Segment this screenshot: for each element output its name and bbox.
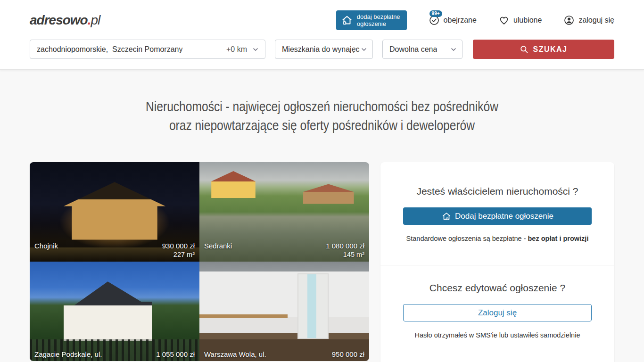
sidebar-add-listing-button[interactable]: Dodaj bezpłatne ogłoszenie: [403, 207, 592, 225]
login-label: zaloguj się: [578, 16, 614, 25]
edit-heading: Chcesz edytować ogłoszenie ?: [403, 282, 592, 294]
sidebar-login-button[interactable]: Zaloguj się: [403, 304, 592, 321]
listings-grid: Chojnik 930 000 zł 227 m² Sedranki 1 080…: [30, 162, 369, 361]
viewed-count-badge: 99+: [429, 10, 442, 17]
owner-section: Jesteś właścicielem nieruchomości ? Doda…: [380, 162, 614, 265]
add-listing-button[interactable]: dodaj bezpłatneogłoszenie: [336, 10, 407, 30]
house-plus-icon: [341, 14, 353, 26]
viewed-label: obejrzane: [444, 16, 477, 25]
listing-name: Chojnik: [34, 241, 162, 250]
add-listing-label: dodaj bezpłatneogłoszenie: [357, 13, 400, 27]
category-value: Mieszkania do wynajęc: [282, 45, 360, 54]
listing-price: 930 000 zł: [162, 241, 195, 250]
favorites-button[interactable]: ulubione: [498, 15, 542, 26]
category-select[interactable]: Mieszkania do wynajęc: [275, 40, 373, 59]
radius-value: +0 km: [226, 45, 247, 54]
owner-note: Standardowe ogłoszenia są bezpłatne - be…: [403, 235, 592, 242]
page-title: Nieruchomości - najwięcej ogłoszeń nieru…: [30, 97, 614, 135]
location-value: zachodniopomorskie, Szczecin Pomorzany: [37, 45, 182, 54]
price-select[interactable]: Dowolna cena: [382, 40, 462, 59]
sidebar-login-label: Zaloguj się: [478, 308, 517, 318]
listing-card[interactable]: Sedranki 1 080 000 zł 145 m²: [199, 162, 369, 262]
page-title-line1: Nieruchomości - najwięcej ogłoszeń nieru…: [83, 97, 562, 116]
price-value: Dowolna cena: [389, 45, 437, 54]
listing-caption: Warszawa Wola, ul. 950 000 zł: [199, 349, 369, 361]
listing-caption: Chojnik 930 000 zł 227 m²: [30, 240, 199, 262]
login-button[interactable]: zaloguj się: [563, 15, 614, 26]
search-button-label: SZUKAJ: [533, 45, 567, 54]
listing-name: Sedranki: [204, 241, 326, 250]
listing-area: 145 m²: [326, 250, 364, 259]
header-actions: dodaj bezpłatneogłoszenie 99+ obejrzane: [336, 10, 614, 30]
listing-price: 1 080 000 zł: [326, 241, 364, 250]
listing-name: Zagacie Podskale, ul.: [34, 350, 156, 359]
sidebar-add-listing-label: Dodaj bezpłatne ogłoszenie: [455, 212, 553, 221]
listing-name: Warszawa Wola, ul.: [204, 350, 332, 359]
location-input[interactable]: zachodniopomorskie, Szczecin Pomorzany +…: [30, 40, 265, 59]
check-circle-icon: 99+: [429, 15, 440, 26]
radius-dropdown[interactable]: +0 km: [226, 45, 259, 54]
user-circle-icon: [563, 15, 575, 26]
listing-card[interactable]: Chojnik 930 000 zł 227 m²: [30, 162, 199, 262]
favorites-label: ulubione: [513, 16, 542, 25]
search-button[interactable]: SZUKAJ: [473, 40, 614, 59]
listing-price: 1 055 000 zł: [156, 350, 195, 359]
header: adresowo.pl dodaj bezpłatneogłoszenie: [0, 0, 644, 70]
listing-photo-white-kitchen: [199, 262, 369, 361]
logo[interactable]: adresowo.pl: [30, 13, 100, 28]
listing-caption: Sedranki 1 080 000 zł 145 m²: [199, 240, 369, 262]
sidebar: Jesteś właścicielem nieruchomości ? Doda…: [380, 162, 614, 362]
logo-name: adresowo: [30, 13, 88, 27]
chevron-down-icon: [360, 46, 368, 53]
viewed-button[interactable]: 99+ obejrzane: [429, 15, 477, 26]
logo-tld: pl: [91, 13, 100, 27]
heart-icon: [498, 15, 510, 26]
listing-photo-white-house-fence: [30, 262, 199, 361]
house-plus-icon: [441, 211, 452, 222]
listing-area: 227 m²: [162, 250, 195, 259]
listing-card[interactable]: Warszawa Wola, ul. 950 000 zł: [199, 262, 369, 361]
listing-price: 950 000 zł: [332, 350, 364, 359]
chevron-down-icon: [450, 46, 457, 53]
listing-card[interactable]: Zagacie Podskale, ul. 1 055 000 zł: [30, 262, 199, 361]
edit-section: Chcesz edytować ogłoszenie ? Zaloguj się…: [380, 265, 614, 362]
page-title-line2: oraz niepowtarzające się oferty pośredni…: [83, 116, 562, 135]
search-bar: zachodniopomorskie, Szczecin Pomorzany +…: [30, 40, 614, 59]
listing-caption: Zagacie Podskale, ul. 1 055 000 zł: [30, 349, 199, 361]
edit-note: Hasło otrzymałeś w SMS'ie lub ustawiłeś …: [403, 331, 592, 339]
chevron-down-icon: [252, 46, 259, 53]
magnifier-icon: [520, 45, 528, 54]
owner-heading: Jesteś właścicielem nieruchomości ?: [403, 186, 592, 197]
